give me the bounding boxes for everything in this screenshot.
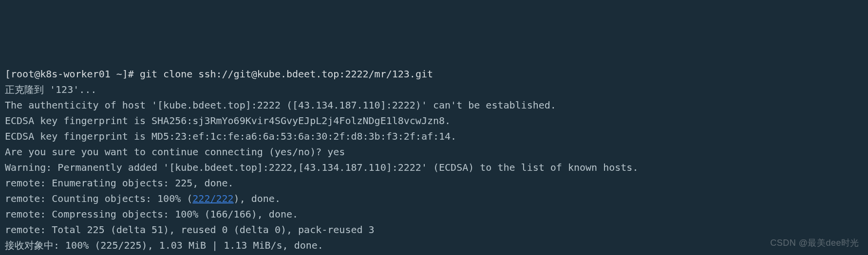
output-authenticity: The authenticity of host '[kube.bdeet.to… <box>5 97 863 113</box>
output-cloning: 正克隆到 '123'... <box>5 82 863 97</box>
output-enumerating: remote: Enumerating objects: 225, done. <box>5 175 863 191</box>
output-compressing: remote: Compressing objects: 100% (166/1… <box>5 206 863 222</box>
output-total: remote: Total 225 (delta 51), reused 0 (… <box>5 222 863 237</box>
git-clone-command: git clone ssh://git@kube.bdeet.top:2222/… <box>140 68 433 80</box>
output-continue-prompt: Are you sure you want to continue connec… <box>5 144 863 160</box>
output-resolving: 处理 delta 中: 100% (51/51), done. <box>5 253 863 255</box>
output-warning-added: Warning: Permanently added '[kube.bdeet.… <box>5 160 863 175</box>
counting-prefix: remote: Counting objects: 100% ( <box>5 193 192 204</box>
continue-answer[interactable]: yes <box>327 146 345 158</box>
counting-suffix: ), done. <box>234 193 281 204</box>
continue-question: Are you sure you want to continue connec… <box>5 146 327 158</box>
output-receiving: 接收对象中: 100% (225/225), 1.03 MiB | 1.13 M… <box>5 237 863 253</box>
watermark: CSDN @最美dee时光 <box>770 236 859 250</box>
output-sha256-fingerprint: ECDSA key fingerprint is SHA256:sj3RmYo6… <box>5 113 863 128</box>
prompt-user-host: [root@k8s-worker01 ~]# <box>5 68 140 80</box>
prompt-line: [root@k8s-worker01 ~]# git clone ssh://g… <box>5 66 863 82</box>
counting-link[interactable]: 222/222 <box>192 193 233 204</box>
output-counting: remote: Counting objects: 100% (222/222)… <box>5 191 863 206</box>
output-md5-fingerprint: ECDSA key fingerprint is MD5:23:ef:1c:fe… <box>5 128 863 144</box>
